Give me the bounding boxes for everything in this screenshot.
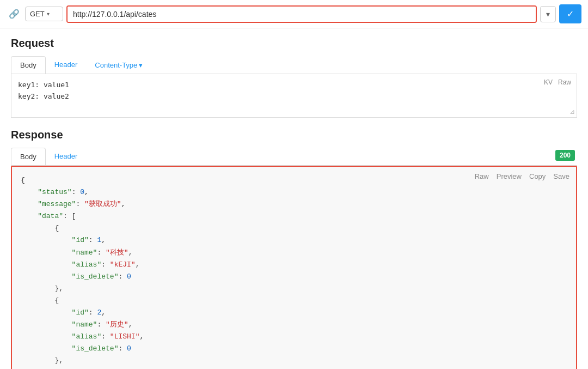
method-chevron-icon: ▾ (47, 11, 50, 17)
json-response-content: { "status": 0, "message": "获取成功", "data"… (12, 167, 576, 369)
request-body-actions: KV Raw (544, 78, 571, 86)
body-line-2: key2: value2 (18, 91, 570, 102)
status-badge: 200 (555, 150, 575, 161)
request-body-content: key1: value1 key2: value2 (18, 80, 570, 102)
request-tabs: Body Header Content-Type ▾ (11, 56, 577, 74)
json-line-5: "id": 1, (21, 234, 567, 246)
main-content: Request Body Header Content-Type ▾ key1:… (0, 28, 588, 369)
resize-handle-icon[interactable]: ⊿ (569, 108, 575, 116)
response-tab-header[interactable]: Header (46, 148, 87, 165)
response-tab-body[interactable]: Body (11, 148, 46, 165)
url-input-wrapper (66, 5, 537, 23)
preview-action-btn[interactable]: Preview (497, 172, 522, 180)
json-line-14: "is_delete": 0 (21, 343, 567, 355)
request-tab-header[interactable]: Header (46, 56, 87, 74)
response-body-wrapper: Raw Preview Copy Save { "status": 0, "me… (11, 166, 577, 369)
content-type-chevron-icon: ▾ (139, 61, 143, 69)
json-line-6: "name": "科技", (21, 247, 567, 259)
copy-action-btn[interactable]: Copy (529, 172, 546, 180)
request-tab-body[interactable]: Body (11, 56, 46, 74)
json-line-7: "alias": "kEJI", (21, 259, 567, 271)
json-line-15: }, (21, 355, 567, 367)
json-line-4: { (21, 222, 567, 234)
json-line-13: "alias": "LISHI", (21, 331, 567, 343)
dropdown-chevron-icon: ▾ (546, 10, 550, 19)
json-line-12: "name": "历史", (21, 319, 567, 331)
json-line-2: "message": "获取成功", (21, 198, 567, 210)
body-line-1: key1: value1 (18, 80, 570, 91)
json-line-9: }, (21, 283, 567, 295)
send-button[interactable]: ✓ (559, 4, 581, 23)
request-title: Request (11, 37, 577, 50)
request-body-area: key1: value1 key2: value2 KV Raw ⊿ (11, 74, 577, 118)
json-line-10: { (21, 295, 567, 307)
json-line-11: "id": 2, (21, 307, 567, 319)
response-section: Response Body Header 200 Raw Preview Cop… (11, 129, 577, 369)
response-title: Response (11, 129, 577, 141)
request-section: Request Body Header Content-Type ▾ key1:… (11, 37, 577, 118)
save-action-btn[interactable]: Save (553, 172, 569, 180)
kv-action[interactable]: KV (544, 78, 553, 86)
json-line-1: "status": 0, (21, 186, 567, 198)
send-dropdown-button[interactable]: ▾ (540, 6, 556, 22)
response-tabs-row: Body Header 200 (11, 148, 577, 166)
response-body-actions: Raw Preview Copy Save (475, 172, 569, 180)
checkmark-icon: ✓ (567, 9, 574, 19)
method-label: GET (30, 10, 45, 18)
method-select[interactable]: GET ▾ (25, 7, 63, 21)
raw-action-btn[interactable]: Raw (475, 172, 489, 180)
url-input[interactable] (68, 7, 536, 22)
request-tab-content-type[interactable]: Content-Type ▾ (86, 56, 151, 74)
json-line-8: "is_delete": 0 (21, 271, 567, 283)
raw-action[interactable]: Raw (558, 78, 571, 86)
top-bar: 🔗 GET ▾ ▾ ✓ (0, 0, 588, 28)
response-tabs: Body Header (11, 148, 555, 165)
json-line-3: "data": [ (21, 210, 567, 222)
link-icon: 🔗 (7, 7, 22, 21)
